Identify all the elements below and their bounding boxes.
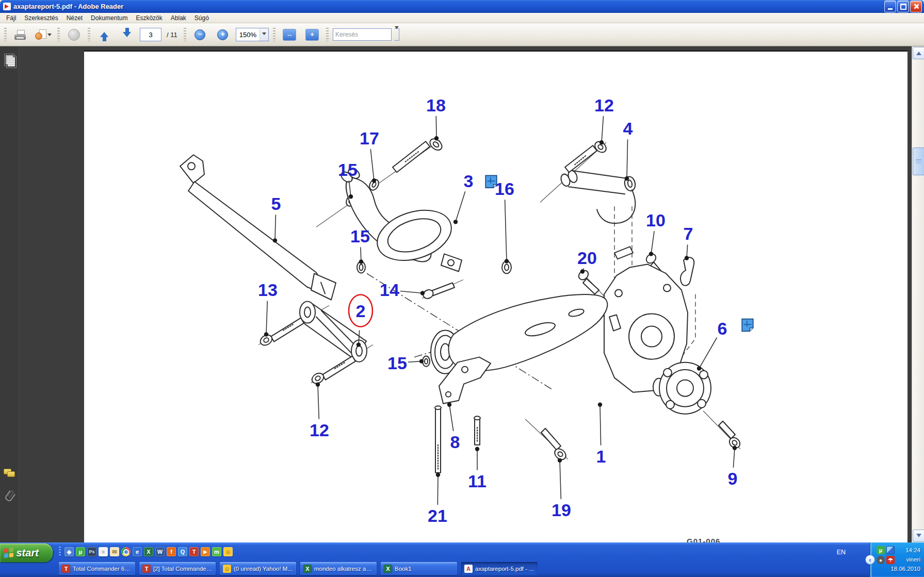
callout-label: 5	[271, 194, 281, 213]
utorrent-icon[interactable]: µ	[76, 547, 85, 556]
clock-day: vineri	[890, 555, 920, 564]
previous-page-button[interactable]	[94, 26, 114, 43]
tray-collapse-icon[interactable]: ‹	[865, 555, 875, 565]
excel-icon: X	[303, 565, 312, 573]
attachments-panel-icon[interactable]	[4, 490, 15, 503]
collaborate-button-disabled	[64, 26, 84, 43]
callout-label: 3	[464, 171, 474, 191]
start-button[interactable]: start	[0, 543, 53, 562]
fit-width-button[interactable]: ↔	[280, 26, 299, 43]
zoom-level-value: 150%	[236, 31, 260, 39]
titlebar[interactable]: axaptareport-5.pdf - Adobe Reader	[0, 0, 924, 13]
minus-icon: −	[194, 29, 205, 40]
taskbar-button[interactable]: Xmondeo alkatresz arak	[300, 562, 377, 575]
word-icon[interactable]: W	[155, 547, 165, 556]
close-button[interactable]	[910, 1, 922, 12]
scroll-down-button[interactable]	[913, 530, 924, 542]
chevron-down-icon	[47, 34, 52, 38]
menubar: Fájl Szerkesztés Nézet Dokumentum Eszköz…	[0, 13, 924, 23]
menu-help[interactable]: Súgó	[190, 14, 213, 22]
scrollbar-thumb[interactable]	[913, 147, 924, 175]
media-player-icon[interactable]: ▶	[201, 547, 210, 556]
arrow-up-icon	[916, 49, 921, 55]
callout-label: 6	[718, 319, 727, 338]
search-input[interactable]	[333, 30, 384, 39]
messenger-icon[interactable]: m	[212, 547, 221, 556]
next-page-button[interactable]	[117, 26, 137, 43]
taskbar-button-label: [2] Total Commander ...	[153, 566, 213, 572]
chrome-icon[interactable]	[121, 547, 131, 556]
print-button[interactable]	[11, 26, 30, 43]
restore-icon	[900, 4, 906, 10]
taskbar-button[interactable]: ☺(0 unread) Yahoo! M...	[220, 562, 296, 575]
taskbar-button[interactable]: TTotal Commander 6.5...	[59, 562, 135, 575]
zoom-dropdown-button[interactable]	[260, 28, 268, 41]
menu-edit[interactable]: Szerkesztés	[20, 14, 62, 22]
notepad-icon[interactable]: ≡	[99, 547, 108, 556]
photoshop-icon[interactable]: Ps	[87, 547, 96, 556]
minimize-icon	[888, 8, 893, 10]
zoom-level-select[interactable]: 150%	[236, 28, 269, 41]
callout-label: 8	[450, 432, 460, 452]
windows-flag-icon	[4, 548, 13, 557]
share-document-button[interactable]	[34, 26, 53, 43]
total-commander-icon: T	[142, 565, 151, 573]
browser-app-icon[interactable]: ◆	[64, 547, 74, 556]
yahoo-smiley-icon: ☺	[223, 565, 231, 573]
search-box	[333, 28, 392, 41]
callout-label: 15	[350, 226, 370, 246]
taskbar-button[interactable]: XBook1	[381, 562, 457, 575]
toolbar-grip	[184, 28, 186, 41]
callout-label: 16	[495, 179, 514, 199]
exploded-parts-diagram: 181715515132141512811211919631612410720	[84, 52, 907, 542]
mail-icon[interactable]: ✉	[110, 547, 119, 556]
quicktime-icon[interactable]: Q	[178, 547, 187, 556]
firefox-icon[interactable]: f	[167, 547, 176, 556]
toolbar-grip	[88, 28, 90, 41]
start-button-label: start	[17, 547, 39, 559]
callout-label: 10	[646, 210, 666, 230]
total-commander-icon[interactable]: T	[189, 547, 199, 556]
menu-tools[interactable]: Eszközök	[132, 14, 166, 22]
restore-button[interactable]	[897, 1, 909, 12]
callout-label: 12	[310, 420, 329, 440]
pdf-note-annotation-icon[interactable]	[485, 175, 497, 188]
utorrent-tray-icon[interactable]: µ	[877, 546, 885, 554]
total-commander-icon: T	[62, 565, 70, 573]
callout-label: 11	[468, 471, 487, 491]
zoom-in-button[interactable]: +	[213, 26, 233, 43]
language-indicator[interactable]: EN	[834, 548, 849, 557]
menu-window[interactable]: Ablak	[167, 14, 190, 22]
pdf-document-icon	[3, 3, 11, 10]
volume-tray-icon[interactable]: ●	[877, 556, 885, 564]
page-number-input[interactable]	[140, 28, 161, 41]
callout-label: 12	[594, 95, 614, 115]
search-dropdown-button[interactable]	[395, 28, 399, 41]
menu-file[interactable]: Fájl	[2, 14, 20, 22]
arrow-down-icon	[916, 534, 921, 540]
fit-page-button[interactable]: +	[302, 26, 322, 43]
pdf-note-annotation-icon[interactable]	[742, 319, 753, 332]
printer-icon	[14, 30, 27, 40]
callout-label: 15	[387, 353, 407, 373]
callout-label: 13	[258, 280, 278, 300]
vertical-scrollbar[interactable]	[912, 46, 924, 542]
internet-explorer-icon[interactable]: e	[133, 547, 142, 556]
comments-panel-icon[interactable]	[4, 469, 15, 478]
menu-view[interactable]: Nézet	[62, 14, 87, 22]
scroll-up-button[interactable]	[913, 47, 924, 59]
yahoo-smiley-icon[interactable]: ☺	[223, 547, 233, 556]
share-icon	[35, 29, 46, 40]
system-tray: ‹ µ ● ☂ 14:24 vineri 18.06.2010	[870, 542, 924, 577]
taskbar-button[interactable]: Aaxaptareport-5.pdf - ...	[461, 562, 538, 575]
taskbar: start ◆µPs≡✉eXWfQT▶m☺ TTotal Commander 6…	[0, 542, 924, 577]
close-icon	[913, 4, 919, 9]
callout-label: 1	[596, 447, 606, 466]
minimize-button[interactable]	[884, 1, 896, 12]
excel-icon[interactable]: X	[144, 547, 153, 556]
zoom-out-button[interactable]: −	[190, 26, 210, 43]
pages-panel-icon[interactable]	[4, 54, 14, 66]
taskbar-button[interactable]: T[2] Total Commander ...	[139, 562, 216, 575]
chevron-down-icon	[395, 26, 399, 38]
menu-document[interactable]: Dokumentum	[87, 14, 132, 22]
